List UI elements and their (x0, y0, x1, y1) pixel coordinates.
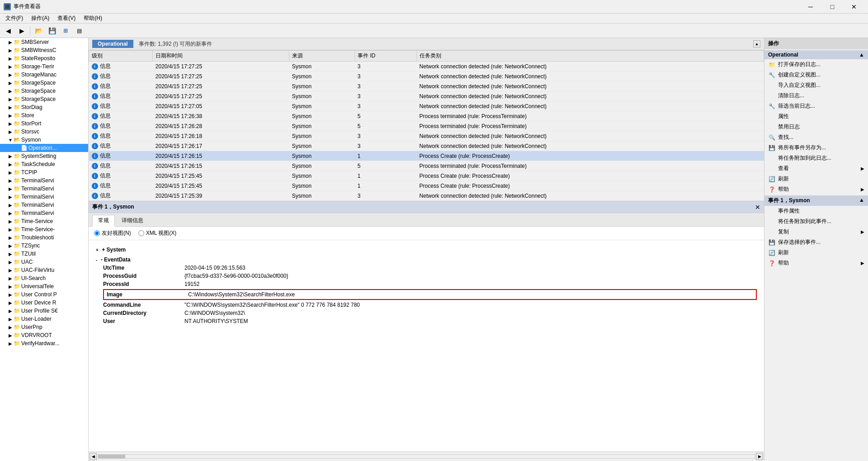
tree-arrow[interactable]: ▶ (7, 170, 14, 175)
tree-arrow[interactable]: ▶ (7, 129, 14, 134)
table-row[interactable]: i信息 2020/4/15 17:27:25 Sysmon 3 Network … (89, 71, 764, 81)
action-open-saved-log[interactable]: 📁 打开保存的日志... (764, 59, 868, 70)
tree-arrow[interactable]: ▶ (7, 211, 14, 216)
action-help[interactable]: ❓ 帮助 ▶ (764, 184, 868, 195)
action-save-selected[interactable]: 💾 保存选择的事件... (764, 237, 868, 247)
sidebar-item-storagespace1[interactable]: ▶ 📁 StorageSpace (0, 79, 88, 87)
actions-subsection-operational[interactable]: Operational ▲ (764, 50, 868, 59)
table-row[interactable]: i信息 2020/4/15 17:25:45 Sysmon 1 Process … (89, 171, 764, 181)
menu-help[interactable]: 帮助(H) (80, 14, 106, 23)
events-table-scroll[interactable]: 级别 日期和时间 来源 事件 ID 任务类别 i信息 2020/4/15 17:… (89, 50, 764, 201)
action-event-properties[interactable]: 事件属性 (764, 206, 868, 216)
table-row[interactable]: i信息 2020/4/15 17:26:15 Sysmon 5 Process … (89, 161, 764, 171)
sidebar-item-storsvc[interactable]: ▶ 📁 Storsvc (0, 128, 88, 136)
action-filter-log[interactable]: 🔧 筛选当前日志... (764, 101, 868, 111)
tree-arrow[interactable]: ▶ (7, 40, 14, 45)
action-import-custom-view[interactable]: 导入自定义视图... (764, 80, 868, 90)
action-save-all[interactable]: 💾 将所有事件另存为... (764, 143, 868, 153)
sidebar-item-terminalserv2[interactable]: ▶ 📁 TerminalServi (0, 185, 88, 193)
action-attach-task-event[interactable]: 将任务附加到此事件... (764, 216, 868, 227)
scroll-up-button[interactable]: ▲ (753, 40, 760, 48)
tree-arrow[interactable]: ▶ (7, 195, 14, 200)
tree-arrow[interactable]: ▶ (7, 341, 14, 346)
action-find[interactable]: 🔍 查找... (764, 132, 868, 143)
action-copy[interactable]: 复制 ▶ (764, 227, 868, 237)
table-row[interactable]: i信息 2020/4/15 17:26:28 Sysmon 5 Process … (89, 121, 764, 131)
tree-arrow[interactable]: ▶ (7, 64, 14, 69)
sidebar-item-operational[interactable]: 📄 Operation... (0, 144, 88, 152)
tree-arrow[interactable]: ▶ (7, 203, 14, 208)
tree-arrow[interactable]: ▶ (7, 97, 14, 102)
tree-arrow[interactable]: ▶ (7, 292, 14, 297)
sidebar-item-timeservice2[interactable]: ▶ 📁 Time-Service- (0, 225, 88, 233)
tree-arrow[interactable]: ▶ (7, 105, 14, 110)
sidebar-item-usercontrol[interactable]: ▶ 📁 User Control P (0, 290, 88, 299)
sidebar-item-troubleshoot[interactable]: ▶ 📁 Troubleshooti (0, 233, 88, 242)
menu-view[interactable]: 查看(V) (54, 14, 79, 23)
sidebar-item-sysmon[interactable]: ▼ 📂 Sysmon (0, 136, 88, 144)
action-disable-log[interactable]: 禁用日志 (764, 122, 868, 132)
action-clear-log[interactable]: 清除日志... (764, 90, 868, 101)
action-refresh-event[interactable]: 🔄 刷新 (764, 247, 868, 258)
table-row[interactable]: i信息 2020/4/15 17:26:15 Sysmon 1 Process … (89, 151, 764, 161)
menu-file[interactable]: 文件(F) (2, 14, 27, 23)
maximize-button[interactable]: □ (822, 0, 843, 14)
table-row[interactable]: i信息 2020/4/15 17:27:25 Sysmon 3 Network … (89, 81, 764, 91)
eventdata-section-header[interactable]: - - EventData (96, 256, 757, 264)
system-section-header[interactable]: + + System (96, 246, 757, 254)
col-level[interactable]: 级别 (89, 51, 153, 62)
action-properties[interactable]: 属性 (764, 111, 868, 122)
properties-button[interactable]: ▤ (73, 25, 85, 37)
tree-arrow[interactable]: ▶ (7, 56, 14, 61)
scroll-right-button[interactable]: ▶ (756, 453, 763, 460)
detail-horizontal-scrollbar[interactable]: ◀ ▶ (89, 451, 764, 461)
tree-arrow[interactable]: ▶ (7, 268, 14, 273)
tree-arrow[interactable]: ▶ (7, 186, 14, 191)
back-button[interactable]: ◀ (2, 25, 14, 37)
tree-arrow[interactable]: ▶ (7, 252, 14, 257)
tree-arrow[interactable]: ▶ (7, 89, 14, 94)
sidebar-item-storage-tiering[interactable]: ▶ 📁 Storage-Tierir (0, 62, 88, 71)
sidebar-item-ui-search[interactable]: ▶ 📁 UI-Search (0, 274, 88, 282)
sidebar-item-tzutil[interactable]: ▶ 📁 TZUtil (0, 250, 88, 258)
sidebar-item-tcpip[interactable]: ▶ 📁 TCPIP (0, 168, 88, 176)
sidebar-item-terminalserv4[interactable]: ▶ 📁 TerminalServi (0, 201, 88, 209)
save-button[interactable]: 💾 (46, 25, 58, 37)
tree-arrow[interactable]: ▶ (7, 162, 14, 167)
sidebar-item-user-loader[interactable]: ▶ 📁 User-Loader (0, 315, 88, 323)
table-row[interactable]: i信息 2020/4/15 17:27:25 Sysmon 3 Network … (89, 91, 764, 101)
table-row[interactable]: i信息 2020/4/15 17:26:38 Sysmon 5 Process … (89, 111, 764, 121)
view-friendly[interactable]: 友好视图(N) (94, 229, 131, 237)
sidebar-item-systemsettings[interactable]: ▶ 📁 SystemSetting (0, 152, 88, 160)
tree-arrow[interactable]: ▶ (7, 260, 14, 265)
sidebar-item-storport[interactable]: ▶ 📁 StorPort (0, 119, 88, 128)
sidebar-item-terminalserv1[interactable]: ▶ 📁 TerminalServi (0, 176, 88, 185)
table-row[interactable]: i信息 2020/4/15 17:27:05 Sysmon 3 Network … (89, 101, 764, 111)
scroll-left-button[interactable]: ◀ (90, 453, 97, 460)
action-attach-task[interactable]: 将任务附加到此日志... (764, 153, 868, 163)
tree-arrow[interactable]: ▶ (7, 178, 14, 183)
tree-arrow[interactable]: ▶ (7, 113, 14, 118)
sidebar-item-userdevice[interactable]: ▶ 📁 User Device R (0, 299, 88, 307)
tree-arrow[interactable]: ▼ (7, 138, 14, 143)
tree-arrow[interactable]: ▶ (7, 276, 14, 281)
table-row[interactable]: i信息 2020/4/15 17:25:45 Sysmon 1 Process … (89, 181, 764, 191)
collapse-event-icon[interactable]: ▲ (859, 197, 864, 204)
sidebar-item-storagespace2[interactable]: ▶ 📁 StorageSpace (0, 87, 88, 95)
tree-arrow[interactable]: ▶ (7, 72, 14, 77)
sidebar-item-storagemanage[interactable]: ▶ 📁 StorageManac (0, 71, 88, 79)
sidebar-item-tzsync[interactable]: ▶ 📁 TZSync (0, 242, 88, 250)
sidebar-item-terminalserv5[interactable]: ▶ 📁 TerminalServi (0, 209, 88, 217)
tab-general[interactable]: 常规 (92, 215, 115, 227)
action-create-custom-view[interactable]: 🔧 创建自定义视图... (764, 70, 868, 80)
sidebar-item-universaltele[interactable]: ▶ 📁 UniversalTele (0, 282, 88, 290)
new-log-button[interactable]: ⊞ (59, 25, 72, 37)
forward-button[interactable]: ▶ (15, 25, 28, 37)
open-button[interactable]: 📂 (32, 25, 45, 37)
tab-details[interactable]: 详细信息 (116, 215, 149, 226)
sidebar-item-storagespace3[interactable]: ▶ 📁 StorageSpace (0, 95, 88, 103)
tree-arrow[interactable]: ▶ (7, 235, 14, 240)
tree-arrow[interactable]: ▶ (7, 284, 14, 289)
tree-arrow[interactable]: ▶ (7, 243, 14, 248)
table-row[interactable]: i信息 2020/4/15 17:26:18 Sysmon 3 Network … (89, 131, 764, 141)
